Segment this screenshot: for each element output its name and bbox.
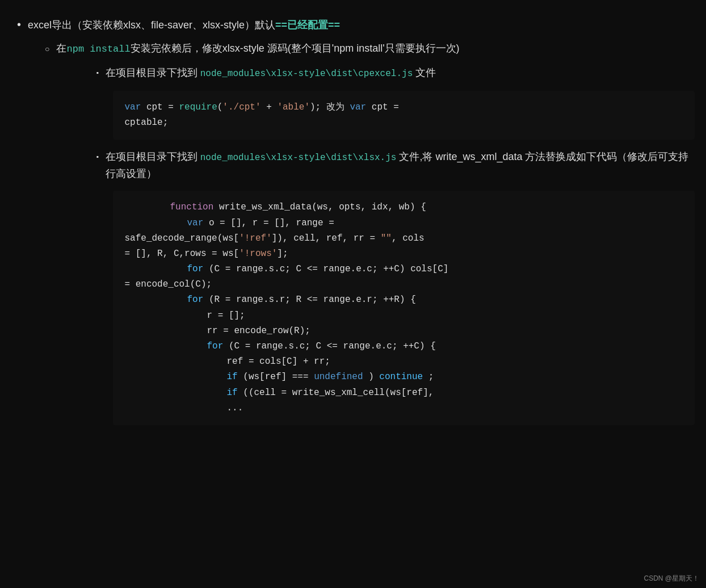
kw-require: require bbox=[179, 102, 217, 112]
bullet1-text: excel导出（安装依赖xlsx、file-saver、xlsx-style）默… bbox=[28, 19, 340, 31]
code-if2-line: if ((cell = write_ws_xml_cell(ws[ref], bbox=[124, 385, 683, 401]
bullet2-code: npm install bbox=[66, 44, 130, 54]
code-func-line: function write_ws_xml_data(ws, opts, idx… bbox=[124, 200, 683, 215]
code-block-2: function write_ws_xml_data(ws, opts, idx… bbox=[113, 191, 695, 425]
kw-for-2: for bbox=[187, 295, 203, 305]
bullet3a-text1: 在项目根目录下找到 bbox=[106, 67, 200, 78]
bullet3b-code: node_modules\xlsx-style\dist\xlsx.js bbox=[200, 153, 397, 163]
code-var-line: var o = [], r = [], range = bbox=[124, 216, 683, 231]
code-if1-line: if (ws[ref] === undefined ) continue ; bbox=[124, 369, 683, 385]
kw-var-1: var bbox=[124, 102, 141, 112]
bullet1-highlight: ==已经配置== bbox=[275, 19, 340, 31]
bullet3a-text2: 文件 bbox=[413, 67, 436, 78]
bullet-dot-1: • bbox=[17, 18, 21, 31]
code-var-cpt: cpt = bbox=[141, 102, 179, 112]
kw-for-1: for bbox=[187, 264, 203, 274]
str-rows: '!rows' bbox=[239, 249, 277, 259]
code-ref-line: ref = cols[C] + rr; bbox=[124, 354, 683, 369]
code-block-1: var cpt = require('./cpt' + 'able'); 改为 … bbox=[113, 91, 695, 140]
code-safe-decode-line: safe_decode_range(ws['!ref']), cell, ref… bbox=[124, 231, 683, 246]
code-for1-line: for (C = range.s.c; C <= range.e.c; ++C)… bbox=[124, 262, 683, 277]
bullet-content-3b: 在项目根目录下找到 node_modules\xlsx-style\dist\x… bbox=[106, 149, 695, 182]
code-dots-line: ... bbox=[124, 401, 683, 416]
bullet2-text-after: 安装完依赖后，修改xlsx-style 源码(整个项目'npm install'… bbox=[131, 43, 460, 54]
code-cols-line: = [], R, C,rows = ws['!rows']; bbox=[124, 246, 683, 262]
str-empty: "" bbox=[381, 233, 392, 243]
code-for3-line: for (C = range.s.c; C <= range.e.c; ++C)… bbox=[124, 339, 683, 354]
kw-if-1: if bbox=[226, 372, 237, 382]
code-rr-line: rr = encode_row(R); bbox=[124, 324, 683, 339]
watermark: CSDN @星期天！ bbox=[644, 574, 699, 583]
kw-if-2: if bbox=[226, 388, 237, 398]
bullet-item-3a: ▪ 在项目根目录下找到 node_modules\xlsx-style\dist… bbox=[96, 65, 695, 82]
main-container: • excel导出（安装依赖xlsx、file-saver、xlsx-style… bbox=[0, 0, 706, 588]
bullet-item-1: • excel导出（安装依赖xlsx、file-saver、xlsx-style… bbox=[17, 17, 695, 439]
bullet-item-3b: ▪ 在项目根目录下找到 node_modules\xlsx-style\dist… bbox=[96, 149, 695, 182]
kw-function: function bbox=[170, 202, 213, 212]
str-able: 'able' bbox=[277, 102, 310, 112]
square-dot-3a: ▪ bbox=[96, 68, 98, 78]
bullet2-text-before: 在 bbox=[56, 43, 66, 54]
bullet3b-text1: 在项目根目录下找到 bbox=[106, 151, 200, 162]
str-cpt: './cpt' bbox=[222, 102, 260, 112]
square-dot-3b: ▪ bbox=[96, 152, 98, 162]
str-ref: '!ref' bbox=[239, 233, 272, 243]
bullet-content-2: 在npm install安装完依赖后，修改xlsx-style 源码(整个项目'… bbox=[56, 40, 695, 434]
code-line-1: var cpt = require('./cpt' + 'able'); 改为 … bbox=[124, 100, 683, 115]
kw-for-3: for bbox=[207, 341, 223, 351]
circle-dot-2: ○ bbox=[45, 43, 49, 55]
code-encode-col-line: = encode_col(C); bbox=[124, 277, 683, 292]
bullet-content-1: excel导出（安装依赖xlsx、file-saver、xlsx-style）默… bbox=[28, 17, 695, 439]
code-for2-line: for (R = range.s.r; R <= range.e.r; ++R)… bbox=[124, 292, 683, 308]
bullet-content-3a: 在项目根目录下找到 node_modules\xlsx-style\dist\c… bbox=[106, 65, 436, 82]
bullet-item-2: ○ 在npm install安装完依赖后，修改xlsx-style 源码(整个项… bbox=[45, 40, 695, 434]
code-line-2: cptable; bbox=[124, 115, 683, 131]
kw-undefined: undefined bbox=[314, 372, 363, 382]
bullet3a-code: node_modules\xlsx-style\dist\cpexcel.js bbox=[200, 69, 413, 79]
kw-var-3: var bbox=[187, 218, 203, 228]
kw-continue: continue bbox=[379, 372, 423, 382]
code-r-empty-line: r = []; bbox=[124, 308, 683, 324]
kw-var-2: var bbox=[350, 102, 366, 112]
